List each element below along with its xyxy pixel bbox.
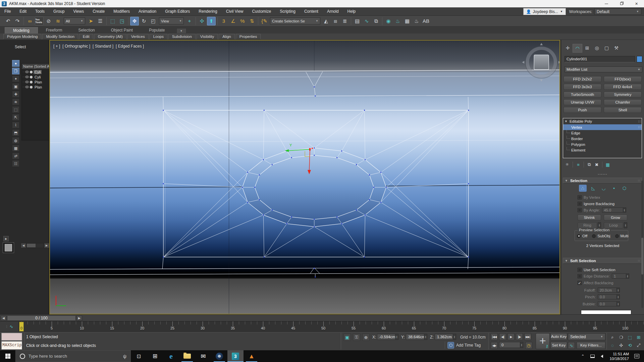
display-containers-toggle[interactable]: ⬒	[12, 129, 19, 136]
sync-selection-toggle[interactable]: ⇄	[12, 153, 19, 159]
select-and-move-icon[interactable]: ✥	[130, 17, 139, 25]
ring-button[interactable]: Ring	[578, 222, 597, 228]
z-coordinate-field[interactable]: 1.362cm▲▼	[435, 334, 456, 340]
selection-set-dropdown[interactable]: Selected▼	[568, 333, 605, 340]
display-lights-toggle[interactable]: ✦	[12, 75, 19, 82]
menu-help[interactable]: Help	[343, 7, 360, 16]
modifier-list-dropdown[interactable]: Modifier List ▼	[565, 66, 642, 72]
visibility-eye-icon[interactable]	[25, 81, 29, 83]
track-bar[interactable]: 0510152025303540455055606570758085909510…	[0, 321, 644, 332]
unlink-selection-icon[interactable]: ⊘	[44, 17, 53, 25]
ffd-4x4x4-button[interactable]: FFD 4x4x4	[604, 84, 642, 90]
display-materials-toggle[interactable]: ◍	[12, 137, 19, 144]
taskbar-app-steam[interactable]: ☸	[211, 350, 227, 362]
display-shapes-toggle[interactable]: ❒	[12, 68, 19, 74]
ring-spinner[interactable]: ▲▼	[598, 222, 601, 228]
taskbar-app-mail[interactable]: ✉	[195, 350, 211, 362]
scene-object-row[interactable]: ┈Plan	[22, 84, 49, 89]
ribbon-panel-edit[interactable]: Edit	[79, 34, 93, 39]
menu-arnold[interactable]: Arnold	[323, 7, 343, 16]
scrollbar-thumb[interactable]	[27, 244, 36, 247]
minimize-button[interactable]	[599, 0, 614, 7]
scroll-right-button[interactable]: ▶	[44, 243, 49, 248]
taskbar-clock[interactable]: 11:51 AM 10/18/2017	[609, 352, 629, 361]
object-name-field[interactable]: Cylinder001	[565, 56, 635, 62]
ribbon-panel-subdivision[interactable]: Subdivision	[168, 34, 196, 39]
bind-to-space-warp-icon[interactable]: ≋	[54, 17, 62, 25]
taskbar-app-vlc[interactable]: ▲	[244, 350, 260, 362]
configure-modifier-sets-button[interactable]: ▦	[604, 161, 611, 168]
ribbon-panel-geometry-all[interactable]: Geometry (All)	[94, 34, 126, 39]
previous-frame-button[interactable]: ◀||	[499, 333, 506, 340]
zoom-extents-button[interactable]: ⬚	[626, 334, 634, 341]
ribbon-panel-vertices[interactable]: Vertices	[127, 34, 149, 39]
scrollbar-track[interactable]	[26, 243, 44, 248]
ribbon-tab-freeform[interactable]: Freeform	[38, 27, 70, 34]
maximize-viewport-toggle-button[interactable]: ⤢	[635, 342, 643, 349]
viewport-menu-pov[interactable]: [ Orthographic ]	[62, 44, 90, 49]
grow-button[interactable]: Grow	[604, 215, 627, 221]
schematic-view-icon[interactable]: ⧉	[372, 17, 380, 25]
undo-icon[interactable]: ↶	[4, 17, 12, 25]
edit-named-selection-sets-icon[interactable]: {✎	[260, 17, 269, 25]
visibility-eye-icon[interactable]	[25, 86, 29, 88]
angle-snap-toggle-icon[interactable]: ∠	[229, 17, 237, 25]
key-mode-toggle[interactable]: ◀▶	[491, 342, 498, 349]
turbosmooth-button[interactable]: TurboSmooth	[564, 92, 601, 98]
shrink-button[interactable]: Shrink	[578, 215, 601, 221]
time-slider-thumb[interactable]: 0 / 100	[7, 315, 76, 321]
make-unique-button[interactable]: ⧉	[586, 161, 593, 168]
spinner-snap-toggle-icon[interactable]: ⇅	[248, 17, 256, 25]
close-button[interactable]: ✕	[629, 0, 644, 7]
viewport[interactable]: Y	[49, 40, 560, 314]
mirror-icon[interactable]: ◭	[322, 17, 330, 25]
preview-subobj-radio[interactable]: SubObj	[592, 234, 610, 238]
rollout-separator[interactable]: ••••••	[561, 173, 644, 176]
taskbar-app-microsoft-store[interactable]: ⊞	[147, 350, 163, 362]
named-selection-sets-dropdown[interactable]: Create Selection Se▼	[270, 17, 320, 24]
go-to-end-button[interactable]: ▶▶|	[524, 333, 531, 340]
menu-group[interactable]: Group	[49, 7, 69, 16]
command-tab-create[interactable]: ✛	[563, 44, 573, 53]
zoom-extents-all-button[interactable]: ⊞	[635, 334, 643, 341]
spinner-icon[interactable]: ▲▼	[424, 334, 427, 340]
add-time-tag[interactable]: Add Time Tag	[456, 343, 481, 348]
menu-views[interactable]: Views	[69, 7, 88, 16]
absolute-offset-mode-toggle[interactable]: ⊕	[362, 334, 370, 341]
scene-object-row[interactable]: ┈Cyli	[22, 74, 49, 79]
zoom-region-button[interactable]: ◌	[608, 342, 616, 349]
menu-edit[interactable]: Edit	[15, 7, 31, 16]
use-pivot-point-center-icon[interactable]: ⌖	[185, 17, 194, 25]
subobject-border-button[interactable]: ◡	[600, 185, 607, 192]
volume-icon[interactable]	[601, 355, 603, 358]
y-coordinate-field[interactable]: 38.646cm▲▼	[406, 334, 427, 340]
command-tab-modify[interactable]: ◠	[573, 44, 582, 53]
network-icon[interactable]	[590, 355, 595, 358]
ribbon-panel-align[interactable]: Align	[219, 34, 235, 39]
select-by-name-icon[interactable]: ☰	[96, 17, 105, 25]
spinner-icon[interactable]: ▲▼	[626, 274, 629, 278]
x-coordinate-field[interactable]: -0.594cm▲▼	[377, 334, 398, 340]
menu-tools[interactable]: Tools	[31, 7, 49, 16]
percent-snap-toggle-icon[interactable]: %	[238, 17, 247, 25]
selection-lock-toggle[interactable]: ⚿	[353, 334, 360, 341]
action-center-icon[interactable]	[634, 354, 639, 358]
pan-button[interactable]: ✣	[617, 342, 625, 349]
push-button[interactable]: Push	[564, 107, 601, 113]
spinner-icon[interactable]: ▲▼	[453, 334, 456, 340]
menu-rendering[interactable]: Rendering	[194, 7, 221, 16]
textools-icon[interactable]: Tex Tools	[35, 17, 44, 25]
ffd-2x2x2-button[interactable]: FFD 2x2x2	[564, 76, 601, 82]
edge-distance-field[interactable]: 1 ▲▼	[612, 274, 629, 279]
ribbon-panel-visibility[interactable]: Visibility	[197, 34, 218, 39]
default-in-out-tangents[interactable]: ∿	[568, 342, 575, 349]
taskbar-app-edge[interactable]: e	[163, 350, 179, 362]
time-configuration-button[interactable]: ◷	[525, 342, 532, 349]
preview-off-radio[interactable]: Off	[577, 234, 587, 238]
scroll-left-button[interactable]: ◀	[21, 243, 26, 248]
ribbon-tab-populate[interactable]: Populate	[141, 27, 173, 34]
menu-civil-view[interactable]: Civil View	[222, 7, 248, 16]
start-button[interactable]	[0, 350, 15, 362]
explorer-expand-button[interactable]: ▶	[3, 236, 9, 241]
spinner-icon[interactable]: ▲▼	[616, 302, 620, 306]
